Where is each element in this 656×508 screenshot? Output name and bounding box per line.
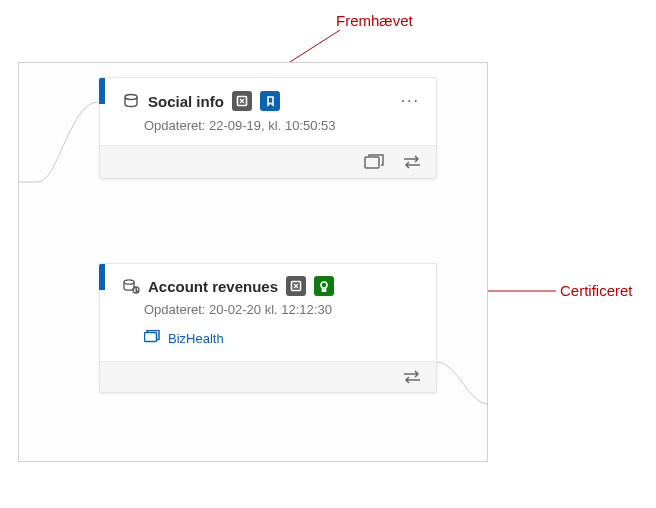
svg-rect-6 bbox=[365, 157, 379, 168]
certified-badge-icon[interactable] bbox=[314, 276, 334, 296]
sensitivity-badge-icon[interactable] bbox=[232, 91, 252, 111]
related-link[interactable]: BizHealth bbox=[168, 331, 224, 346]
card-related-row: BizHealth bbox=[100, 329, 436, 361]
card-account-revenues[interactable]: Account revenues Opdateret: 20-02-20 kl.… bbox=[99, 263, 437, 393]
card-updated: Opdateret: 20-02-20 kl. 12:12:30 bbox=[100, 302, 436, 329]
dataset-icon bbox=[122, 92, 140, 110]
card-accent bbox=[99, 78, 105, 104]
card-accent bbox=[99, 264, 105, 290]
card-header: Account revenues bbox=[100, 264, 436, 302]
lineage-canvas: Social info ··· Opdateret: 22-09-19, kl.… bbox=[18, 62, 488, 462]
card-title: Social info bbox=[148, 93, 224, 110]
svg-rect-11 bbox=[145, 333, 157, 342]
card-footer bbox=[100, 145, 436, 178]
dataflow-icon bbox=[122, 277, 140, 295]
card-updated: Opdateret: 22-09-19, kl. 10:50:53 bbox=[100, 118, 436, 145]
card-title: Account revenues bbox=[148, 278, 278, 295]
card-social-info[interactable]: Social info ··· Opdateret: 22-09-19, kl.… bbox=[99, 77, 437, 179]
open-icon[interactable] bbox=[364, 154, 384, 170]
workspace-icon bbox=[144, 329, 160, 347]
sensitivity-badge-icon[interactable] bbox=[286, 276, 306, 296]
svg-point-7 bbox=[124, 280, 134, 284]
card-header: Social info ··· bbox=[100, 78, 436, 118]
svg-point-4 bbox=[125, 95, 137, 100]
svg-point-10 bbox=[321, 282, 327, 288]
swap-icon[interactable] bbox=[402, 155, 422, 169]
swap-icon[interactable] bbox=[402, 370, 422, 384]
promoted-badge-icon[interactable] bbox=[260, 91, 280, 111]
card-footer bbox=[100, 361, 436, 392]
more-options-button[interactable]: ··· bbox=[397, 90, 424, 112]
